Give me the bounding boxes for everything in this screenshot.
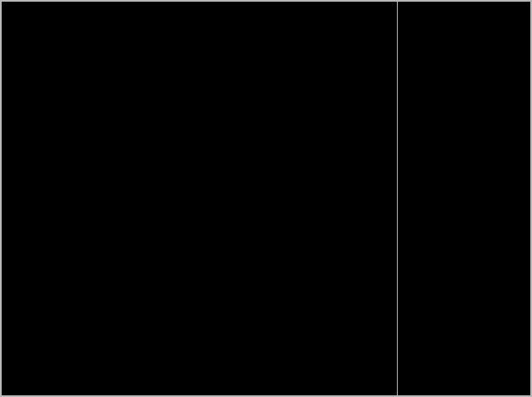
astrolog-window	[0, 0, 532, 397]
panel-separator	[397, 2, 398, 395]
chart-wheel	[2, 2, 397, 395]
info-panel	[400, 2, 530, 395]
